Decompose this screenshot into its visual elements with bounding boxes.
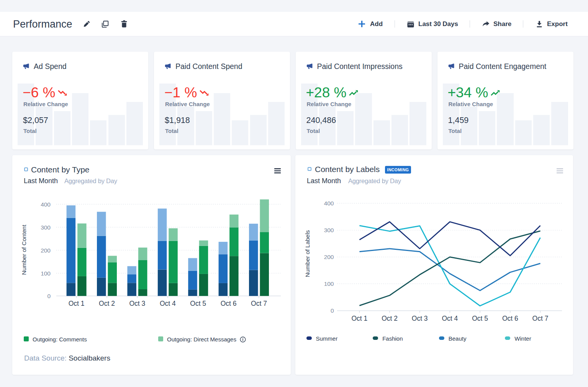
svg-text:100: 100	[324, 280, 334, 287]
svg-text:200: 200	[324, 254, 334, 260]
svg-text:300: 300	[324, 227, 334, 233]
svg-text:Oct 5: Oct 5	[190, 300, 206, 307]
svg-text:0: 0	[331, 307, 334, 314]
svg-text:Oct 7: Oct 7	[532, 315, 549, 322]
svg-text:Oct 6: Oct 6	[502, 315, 518, 322]
svg-text:Oct 6: Oct 6	[221, 300, 237, 307]
svg-text:Number of Labels: Number of Labels	[304, 230, 311, 277]
svg-text:300: 300	[41, 224, 51, 231]
svg-text:0: 0	[47, 293, 51, 299]
svg-text:100: 100	[41, 270, 51, 277]
svg-text:Oct 2: Oct 2	[382, 315, 398, 322]
svg-text:Oct 1: Oct 1	[351, 315, 367, 322]
svg-text:400: 400	[324, 200, 334, 207]
svg-text:Oct 2: Oct 2	[99, 300, 115, 307]
svg-text:Number of Content: Number of Content	[21, 225, 27, 275]
svg-text:400: 400	[41, 201, 51, 208]
svg-text:Oct 5: Oct 5	[472, 315, 488, 322]
svg-text:Oct 4: Oct 4	[160, 300, 176, 307]
svg-text:Oct 7: Oct 7	[251, 300, 267, 307]
svg-text:Oct 3: Oct 3	[412, 315, 428, 322]
svg-text:Oct 1: Oct 1	[69, 300, 85, 307]
svg-text:Oct 3: Oct 3	[129, 300, 145, 307]
svg-text:Oct 4: Oct 4	[442, 315, 458, 322]
svg-text:200: 200	[41, 247, 51, 254]
